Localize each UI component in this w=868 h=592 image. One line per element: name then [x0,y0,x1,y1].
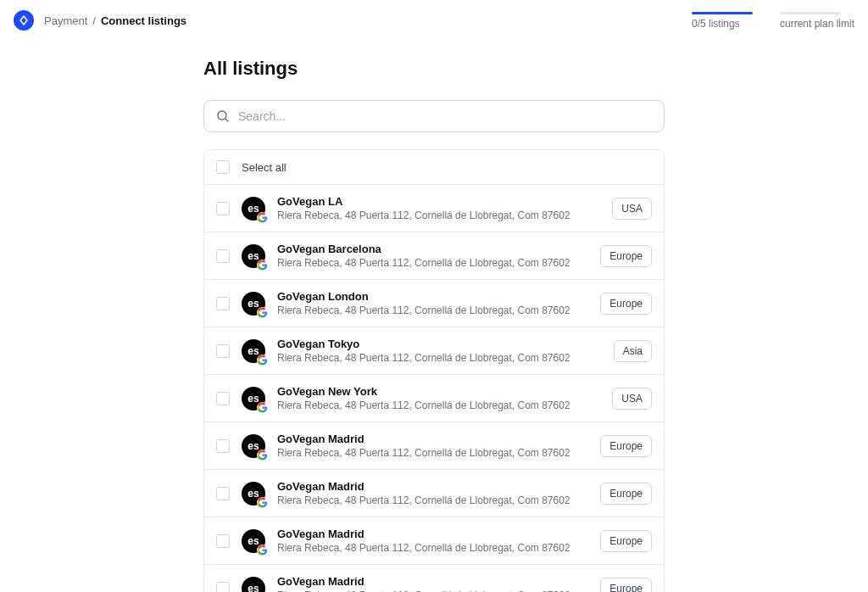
google-badge-icon [257,545,268,556]
listing-info: GoVegan Barcelona Riera Rebeca, 48 Puert… [277,243,588,269]
progress-listings: 0/5 listings [692,12,753,30]
listing-checkbox[interactable] [216,297,230,310]
listing-info: GoVegan London Riera Rebeca, 48 Puerta 1… [277,290,588,316]
listing-info: GoVegan Madrid Riera Rebeca, 48 Puerta 1… [277,480,588,506]
listing-address: Riera Rebeca, 48 Puerta 112, Cornellá de… [277,399,600,411]
search-icon [216,109,230,123]
logo-icon [19,15,29,25]
progress-bar-plan [780,12,841,14]
listing-avatar: es [242,529,265,553]
listing-region-tag: Asia [614,340,652,362]
listing-info: GoVegan Madrid Riera Rebeca, 48 Puerta 1… [277,575,588,592]
listing-avatar: es [242,482,265,505]
search-input[interactable] [238,109,652,123]
breadcrumb-separator: / [92,14,96,27]
page-title: All listings [203,58,665,80]
select-all-row[interactable]: Select all [204,150,664,185]
listing-region-tag: Europe [600,530,652,552]
listings-container: Select all es GoVegan LA Riera Rebeca, 4… [203,149,665,592]
listing-avatar: es [242,577,265,593]
listing-info: GoVegan LA Riera Rebeca, 48 Puerta 112, … [277,195,600,221]
listing-row[interactable]: es GoVegan Madrid Riera Rebeca, 48 Puert… [204,565,664,592]
google-badge-icon [257,307,268,318]
listing-address: Riera Rebeca, 48 Puerta 112, Cornellá de… [277,352,602,364]
listing-name: GoVegan London [277,290,588,303]
listing-name: GoVegan LA [277,195,600,208]
google-badge-icon [257,402,268,413]
listing-name: GoVegan Barcelona [277,243,588,255]
listing-row[interactable]: es GoVegan London Riera Rebeca, 48 Puert… [204,280,664,327]
listings-scroll[interactable]: es GoVegan LA Riera Rebeca, 48 Puerta 11… [204,185,664,592]
header: Payment / Connect listings 0/5 listings … [0,0,868,41]
listing-row[interactable]: es GoVegan Madrid Riera Rebeca, 48 Puert… [204,422,664,470]
header-left: Payment / Connect listings [14,10,186,31]
listing-info: GoVegan Madrid Riera Rebeca, 48 Puerta 1… [277,528,588,554]
listing-checkbox[interactable] [216,344,230,358]
breadcrumb-current: Connect listings [101,14,186,27]
listing-checkbox[interactable] [216,392,230,405]
app-logo[interactable] [14,10,34,31]
listing-row[interactable]: es GoVegan New York Riera Rebeca, 48 Pue… [204,375,664,422]
google-badge-icon [257,212,268,223]
listing-checkbox[interactable] [216,534,230,548]
progress-bar-listings [692,12,753,14]
listing-region-tag: Europe [600,578,652,593]
listing-avatar: es [242,434,265,458]
listing-region-tag: Europe [600,293,652,315]
listing-name: GoVegan New York [277,385,600,398]
listing-address: Riera Rebeca, 48 Puerta 112, Cornellá de… [277,447,588,459]
listing-avatar: es [242,244,265,268]
listing-avatar: es [242,292,265,316]
listing-row[interactable]: es GoVegan Madrid Riera Rebeca, 48 Puert… [204,517,664,565]
breadcrumb-parent[interactable]: Payment [44,14,87,27]
google-badge-icon [257,260,268,271]
listing-region-tag: Europe [600,245,652,267]
listing-name: GoVegan Tokyo [277,338,602,350]
listing-info: GoVegan New York Riera Rebeca, 48 Puerta… [277,385,600,411]
listing-name: GoVegan Madrid [277,575,588,588]
listing-name: GoVegan Madrid [277,433,588,445]
listing-checkbox[interactable] [216,582,230,593]
listing-address: Riera Rebeca, 48 Puerta 112, Cornellá de… [277,542,588,554]
google-badge-icon [257,497,268,508]
listing-region-tag: USA [612,198,652,220]
listing-name: GoVegan Madrid [277,528,588,540]
listing-avatar: es [242,387,265,410]
svg-line-1 [225,119,228,121]
listing-address: Riera Rebeca, 48 Puerta 112, Cornellá de… [277,494,588,506]
main: All listings Select all es GoVegan LA Ri… [197,58,671,592]
listing-region-tag: Europe [600,483,652,505]
listing-row[interactable]: es GoVegan Madrid Riera Rebeca, 48 Puert… [204,470,664,517]
listing-avatar: es [242,339,265,363]
listing-checkbox[interactable] [216,487,230,500]
google-badge-icon [257,450,268,461]
listing-checkbox[interactable] [216,439,230,453]
google-badge-icon [257,355,268,366]
select-all-checkbox[interactable] [216,160,230,174]
progress-plan: current plan limit [780,12,854,30]
search-box[interactable] [203,100,665,132]
listing-info: GoVegan Tokyo Riera Rebeca, 48 Puerta 11… [277,338,602,364]
header-right: 0/5 listings current plan limit [692,12,854,30]
listing-row[interactable]: es GoVegan Tokyo Riera Rebeca, 48 Puerta… [204,327,664,375]
listing-info: GoVegan Madrid Riera Rebeca, 48 Puerta 1… [277,433,588,459]
listing-checkbox[interactable] [216,249,230,263]
listing-avatar: es [242,197,265,221]
listing-checkbox[interactable] [216,202,230,215]
listing-name: GoVegan Madrid [277,480,588,493]
select-all-label: Select all [242,161,287,174]
listing-region-tag: USA [612,388,652,410]
listing-row[interactable]: es GoVegan Barcelona Riera Rebeca, 48 Pu… [204,232,664,280]
listing-address: Riera Rebeca, 48 Puerta 112, Cornellá de… [277,209,600,221]
progress-plan-label: current plan limit [780,18,854,30]
progress-listings-label: 0/5 listings [692,18,740,30]
listing-row[interactable]: es GoVegan LA Riera Rebeca, 48 Puerta 11… [204,185,664,232]
listing-address: Riera Rebeca, 48 Puerta 112, Cornellá de… [277,257,588,269]
listing-region-tag: Europe [600,435,652,457]
listing-address: Riera Rebeca, 48 Puerta 112, Cornellá de… [277,304,588,316]
listing-avatar-text: es [248,583,259,593]
breadcrumb: Payment / Connect listings [44,14,186,27]
